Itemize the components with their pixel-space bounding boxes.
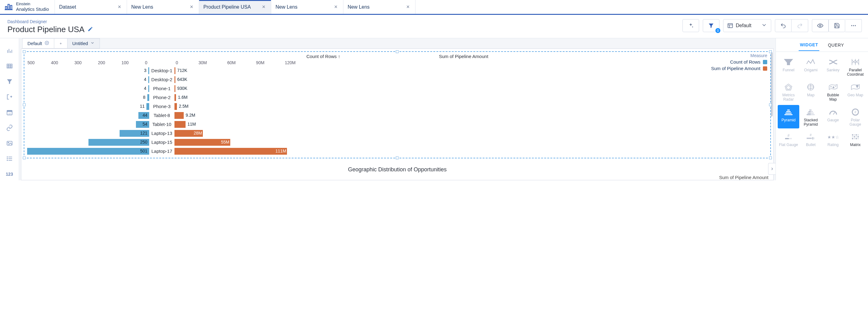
right-panel-tabs: WIDGET QUERY — [776, 38, 868, 52]
chart-type-stacked-pyramid[interactable]: Stacked Pyramid — [800, 105, 822, 129]
ct-label: Bullet — [806, 143, 815, 147]
rail-container-icon[interactable] — [5, 93, 14, 101]
close-icon[interactable]: × — [333, 3, 339, 11]
tab-new-lens-3[interactable]: New Lens× — [343, 0, 415, 14]
flat-gauge-icon: # — [782, 132, 795, 141]
legend-item-label: Sum of Pipeline Amount — [711, 66, 761, 71]
bar-category: Laptop-15 — [149, 139, 175, 145]
tab-query[interactable]: QUERY — [827, 39, 845, 51]
tab-product-pipeline[interactable]: Product Pipeline USA× — [199, 0, 271, 14]
close-icon[interactable]: × — [405, 3, 411, 11]
chart-type-grid: Funnel Origami Sankey Parallel Coordinat… — [776, 52, 868, 152]
chevron-down-icon[interactable] — [90, 41, 95, 46]
chart-type-gauge[interactable]: Gauge — [823, 105, 844, 129]
canvas-tab-add[interactable] — [54, 38, 67, 49]
bar-row: 250Laptop-1555M — [27, 138, 767, 146]
resize-handle[interactable] — [769, 50, 772, 53]
bar-value-right: 712K — [177, 68, 187, 73]
bar-value-left: 4 — [144, 86, 147, 91]
resize-handle[interactable] — [769, 103, 772, 106]
chart-type-pyramid[interactable]: Pyramid — [778, 105, 799, 129]
tab-new-lens-1[interactable]: New Lens× — [127, 0, 199, 14]
rail-link-icon[interactable] — [5, 124, 14, 132]
stacked-pyramid-icon — [805, 107, 817, 117]
gear-icon[interactable] — [45, 41, 49, 46]
rail-date-icon[interactable]: 12 — [5, 109, 14, 116]
tab-new-lens-2[interactable]: New Lens× — [271, 0, 343, 14]
resize-handle[interactable] — [396, 50, 399, 53]
svg-rect-21 — [7, 110, 12, 112]
bar-row: 54Tablet-1011M — [27, 120, 767, 129]
svg-rect-69 — [852, 134, 853, 136]
close-icon[interactable]: × — [189, 3, 194, 11]
chart-type-metrics-radar[interactable]: Metrics Radar — [778, 80, 799, 104]
svg-point-24 — [8, 142, 9, 143]
canvas-tab-untitled[interactable]: Untitled — [67, 38, 100, 49]
rail-number-icon[interactable]: 123 — [5, 170, 14, 178]
rail-chart-icon[interactable] — [5, 47, 14, 54]
ct-label: Gauge — [827, 118, 839, 122]
svg-rect-56 — [807, 114, 811, 115]
bar-category: Phone-1 — [149, 86, 175, 91]
bar-row: 11Phone-32.5M — [27, 102, 767, 110]
canvas-tab-label: Untitled — [72, 41, 88, 46]
dashboard-canvas[interactable]: Measure Count of Rows Sum of Pipeline Am… — [21, 49, 774, 180]
tab-dataset[interactable]: Dataset× — [55, 0, 127, 14]
save-button[interactable] — [829, 19, 845, 32]
resize-handle[interactable] — [23, 157, 26, 159]
canvas-tab-default[interactable]: Default — [22, 38, 54, 49]
chart-type-origami[interactable]: Origami — [800, 55, 822, 79]
rail-table-icon[interactable] — [5, 62, 14, 70]
bar-value-right: 643K — [177, 77, 187, 82]
resize-handle[interactable] — [769, 157, 772, 159]
chart-type-parallel[interactable]: Parallel Coordinat — [844, 55, 866, 79]
svg-rect-80 — [858, 138, 859, 139]
svg-rect-76 — [858, 136, 859, 137]
undo-button[interactable] — [775, 19, 792, 32]
chart-type-sankey[interactable]: Sankey — [823, 55, 844, 79]
edit-title-icon[interactable] — [88, 26, 93, 33]
filter-count-badge: 0 — [715, 28, 720, 33]
resize-handle[interactable] — [23, 103, 26, 106]
chart-type-map[interactable]: Map — [800, 80, 822, 104]
chart-widget-selected[interactable]: Measure Count of Rows Sum of Pipeline Am… — [24, 51, 771, 158]
layout-select[interactable]: Default — [723, 19, 771, 32]
svg-point-30 — [7, 160, 7, 161]
svg-rect-23 — [7, 141, 12, 145]
breadcrumb[interactable]: Dashboard Designer — [7, 19, 93, 24]
sparkle-button[interactable] — [682, 19, 699, 32]
rail-filter-icon[interactable] — [5, 78, 14, 85]
app-brand: Einstein Analytics Studio — [0, 0, 55, 14]
tick: 30M — [198, 60, 207, 65]
svg-marker-39 — [786, 85, 790, 89]
rail-image-icon[interactable] — [5, 139, 14, 147]
bar-row: 8Phone-21.6M — [27, 93, 767, 102]
bar-category: Laptop-17 — [149, 148, 175, 154]
chart-type-bubble-map[interactable]: Bubble Map — [823, 80, 844, 104]
more-button[interactable] — [845, 19, 862, 32]
chart-type-bullet[interactable]: #Bullet — [800, 130, 822, 149]
resize-handle[interactable] — [396, 157, 399, 159]
right-panel-collapse[interactable] — [768, 163, 776, 175]
layout-select-label: Default — [736, 23, 751, 28]
chart-type-flat-gauge[interactable]: #Flat Gauge — [778, 130, 799, 149]
chart-type-geo-map[interactable]: Geo Map — [844, 80, 866, 104]
preview-button[interactable] — [812, 19, 829, 32]
resize-handle[interactable] — [23, 50, 26, 53]
svg-rect-75 — [856, 136, 857, 137]
close-icon[interactable]: × — [261, 3, 267, 11]
global-filter-button[interactable]: 0 — [703, 19, 719, 32]
tab-widget[interactable]: WIDGET — [799, 39, 819, 51]
chart-type-matrix[interactable]: Matrix — [844, 130, 866, 149]
close-icon[interactable]: × — [117, 3, 122, 11]
tab-label: New Lens — [348, 4, 370, 10]
rail-list-icon[interactable] — [5, 155, 14, 162]
redo-button[interactable] — [792, 19, 808, 32]
svg-point-44 — [833, 86, 834, 88]
chart-type-rating[interactable]: ★★☆Rating — [823, 130, 844, 149]
legend-item-label: Count of Rows — [730, 59, 761, 64]
chart-type-funnel[interactable]: Funnel — [778, 55, 799, 79]
svg-rect-0 — [5, 6, 7, 9]
ct-label: Origami — [804, 68, 817, 72]
chart-type-polar-gauge[interactable]: #Polar Gauge — [844, 105, 866, 129]
